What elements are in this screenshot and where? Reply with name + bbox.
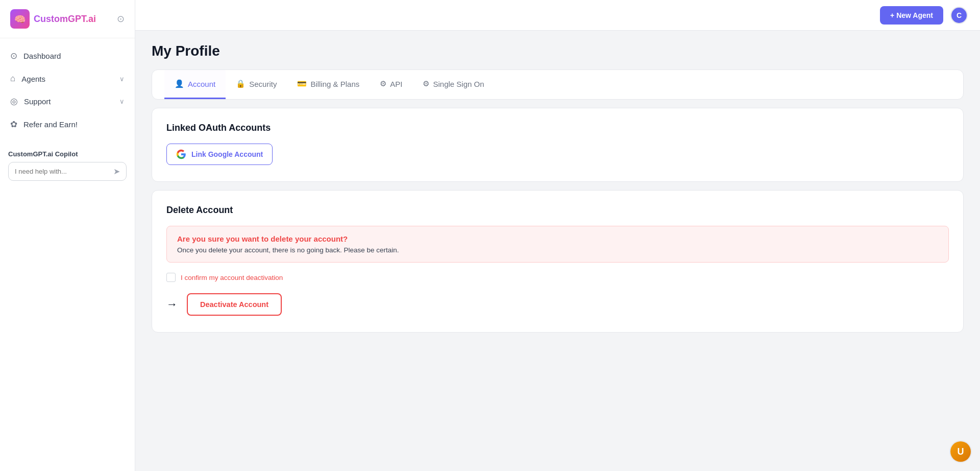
new-agent-button[interactable]: + New Agent [880, 6, 943, 25]
linked-oauth-section: Linked OAuth Accounts Link Google Accoun… [152, 108, 964, 182]
user-avatar[interactable]: C [950, 7, 968, 24]
tabs-bar: 👤 Account 🔒 Security 💳 Billing & Plans ⚙… [152, 69, 964, 100]
confirm-checkbox[interactable] [166, 273, 176, 282]
link-google-label: Link Google Account [191, 150, 263, 158]
dashboard-label: Dashboard [23, 52, 61, 60]
main-area: + New Agent C My Profile 👤 Account 🔒 Sec… [135, 0, 980, 471]
delete-account-title: Delete Account [166, 205, 949, 216]
security-tab-label: Security [249, 80, 277, 88]
google-g-icon [176, 149, 186, 159]
tab-billing[interactable]: 💳 Billing & Plans [287, 70, 370, 99]
clock-icon: ⊙ [117, 13, 125, 25]
sidebar-item-refer[interactable]: ✿ Refer and Earn! [0, 113, 135, 136]
delete-account-section: Delete Account Are you sure you want to … [152, 190, 964, 333]
dashboard-icon: ⊙ [10, 51, 17, 61]
agents-chevron-icon: ∨ [119, 75, 125, 83]
copilot-send-icon[interactable]: ➤ [113, 167, 120, 176]
support-label: Support [24, 97, 51, 106]
sidebar-item-support[interactable]: ◎ Support ∨ [0, 90, 135, 113]
copilot-label: CustomGPT.ai Copilot [8, 150, 127, 162]
arrow-icon: → [166, 298, 178, 311]
api-tab-label: API [390, 80, 402, 88]
linked-oauth-title: Linked OAuth Accounts [166, 123, 949, 133]
nav-menu: ⊙ Dashboard ⌂ Agents ∨ ◎ Support ∨ ✿ Ref… [0, 38, 135, 142]
tab-account[interactable]: 👤 Account [164, 70, 226, 99]
bottom-avatar-image: U [950, 441, 971, 462]
agents-icon: ⌂ [10, 74, 15, 84]
account-tab-label: Account [188, 80, 215, 88]
content-area: My Profile 👤 Account 🔒 Security 💳 Billin… [135, 31, 980, 471]
tab-api[interactable]: ⚙ API [370, 70, 412, 99]
app-logo-icon: 🧠 [10, 9, 30, 29]
refer-label: Refer and Earn! [23, 120, 78, 129]
logo-area: 🧠 CustomGPT.ai ⊙ [0, 0, 135, 38]
svg-text:🧠: 🧠 [14, 14, 26, 25]
warning-body: Once you delete your account, there is n… [177, 246, 938, 254]
page-title: My Profile [152, 43, 964, 59]
support-chevron-icon: ∨ [119, 98, 125, 105]
confirm-row: I confirm my account deactivation [166, 273, 949, 282]
sso-tab-icon: ⚙ [423, 79, 429, 88]
confirm-label: I confirm my account deactivation [181, 274, 283, 281]
tab-sso[interactable]: ⚙ Single Sign On [412, 70, 494, 99]
refer-icon: ✿ [10, 119, 17, 130]
copilot-input[interactable] [15, 168, 109, 175]
billing-tab-label: Billing & Plans [310, 80, 359, 88]
deactivate-wrap: → Deactivate Account [166, 293, 949, 316]
sidebar-item-dashboard[interactable]: ⊙ Dashboard [0, 44, 135, 67]
warning-title: Are you sure you want to delete your acc… [177, 234, 938, 243]
account-tab-icon: 👤 [175, 79, 184, 88]
deactivate-account-button[interactable]: Deactivate Account [187, 293, 282, 316]
link-google-button[interactable]: Link Google Account [166, 144, 273, 165]
api-tab-icon: ⚙ [380, 79, 386, 88]
support-icon: ◎ [10, 96, 18, 107]
sso-tab-label: Single Sign On [433, 80, 484, 88]
app-name: CustomGPT.ai [34, 14, 96, 25]
security-tab-icon: 🔒 [236, 79, 246, 88]
bottom-user-avatar[interactable]: U [949, 440, 972, 463]
tab-security[interactable]: 🔒 Security [226, 70, 287, 99]
topbar: + New Agent C [135, 0, 980, 31]
agents-label: Agents [21, 75, 45, 83]
delete-warning-box: Are you sure you want to delete your acc… [166, 226, 949, 263]
billing-tab-icon: 💳 [297, 79, 307, 88]
copilot-input-area: ➤ [8, 162, 127, 181]
sidebar: 🧠 CustomGPT.ai ⊙ ⊙ Dashboard ⌂ Agents ∨ … [0, 0, 135, 471]
sidebar-item-agents[interactable]: ⌂ Agents ∨ [0, 67, 135, 90]
